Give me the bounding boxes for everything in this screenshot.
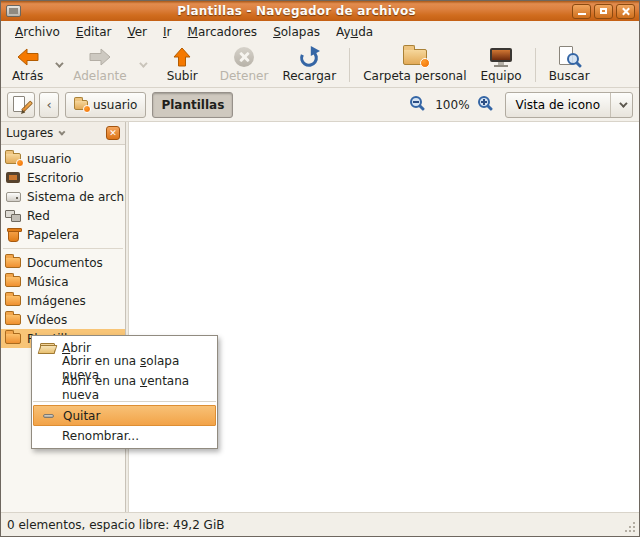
folder-icon: [5, 333, 21, 344]
context-menu-item-renombrar[interactable]: Renombrar...: [33, 426, 216, 446]
home-folder-icon: [74, 100, 88, 110]
folder-icon: [5, 276, 21, 287]
search-button-label: Buscar: [549, 69, 590, 83]
stop-button[interactable]: Detener: [213, 44, 276, 86]
zoom-in-button[interactable]: [478, 96, 495, 113]
sidebar-item-papelera[interactable]: Papelera: [1, 225, 125, 244]
home-folder-icon: [403, 46, 427, 69]
sidebar-item-red[interactable]: Red: [1, 206, 125, 225]
sidebar-item-imagenes[interactable]: Imágenes: [1, 291, 125, 310]
up-arrow-icon: [172, 46, 192, 69]
network-icon: [5, 210, 21, 222]
menu-ver[interactable]: Ver: [119, 23, 155, 41]
toolbar-separator: [535, 48, 536, 82]
folder-icon: [5, 295, 21, 306]
home-button[interactable]: Carpeta personal: [356, 44, 473, 86]
sidebar-item-videos[interactable]: Vídeos: [1, 310, 125, 329]
back-button[interactable]: Atrás: [5, 44, 50, 86]
breadcrumb-plantillas[interactable]: Plantillas: [152, 92, 233, 118]
breadcrumb-scroll-left-button[interactable]: ‹: [39, 92, 59, 118]
sidebar-item-label: Escritorio: [27, 171, 83, 185]
close-icon: [621, 7, 630, 16]
forward-button[interactable]: Adelante: [66, 44, 133, 86]
window-title: Plantillas - Navegador de archivos: [21, 4, 572, 18]
titlebar[interactable]: Plantillas - Navegador de archivos: [1, 1, 639, 21]
context-menu-item-label: Abrir: [62, 341, 91, 355]
sidebar-item-label: Documentos: [27, 256, 103, 270]
sidebar-item-documentos[interactable]: Documentos: [1, 253, 125, 272]
resize-grip[interactable]: [633, 530, 635, 532]
toolbar-separator: [349, 48, 350, 82]
sidebar-item-usuario[interactable]: usuario: [1, 149, 125, 168]
maximize-icon: [600, 8, 607, 14]
stop-icon: [234, 46, 254, 69]
back-history-dropdown[interactable]: [50, 44, 66, 86]
close-button[interactable]: [616, 4, 635, 19]
chevron-down-icon: [610, 93, 632, 117]
sidebar-item-label: Imágenes: [27, 294, 86, 308]
edit-location-button[interactable]: [7, 92, 35, 118]
menubar: Archivo Editar Ver Ir Marcadores Solapas…: [1, 21, 639, 42]
context-menu: Abrir Abrir en una solapa nueva Abrir en…: [31, 335, 218, 449]
folder-icon: [5, 257, 21, 268]
places-sidebar: Lugares ✕ usuario Escritorio Sistema de …: [1, 122, 126, 512]
sidebar-item-label: Sistema de archi...: [27, 190, 125, 204]
menu-editar[interactable]: Editar: [68, 23, 120, 41]
sidebar-item-escritorio[interactable]: Escritorio: [1, 168, 125, 187]
context-menu-item-label: Renombrar...: [62, 429, 139, 443]
computer-icon: [490, 46, 512, 69]
menu-ayuda[interactable]: Ayuda: [328, 23, 381, 41]
sidebar-separator: [3, 248, 123, 249]
breadcrumb-usuario[interactable]: usuario: [65, 92, 146, 118]
search-button[interactable]: Buscar: [542, 44, 597, 86]
back-button-label: Atrás: [12, 69, 43, 83]
context-menu-item-label: Abrir en una ventana nueva: [62, 374, 210, 402]
up-button[interactable]: Subir: [160, 44, 205, 86]
maximize-button[interactable]: [594, 4, 613, 19]
up-button-label: Subir: [167, 69, 198, 83]
view-selector-dropdown[interactable]: Vista de icono: [505, 92, 633, 118]
minimize-icon: [578, 13, 586, 15]
desktop-icon: [5, 172, 21, 183]
computer-button[interactable]: Equipo: [474, 44, 529, 86]
sidebar-item-label: Red: [27, 209, 50, 223]
menu-ir[interactable]: Ir: [155, 23, 179, 41]
context-menu-item-abrir-ventana[interactable]: Abrir en una ventana nueva: [33, 378, 216, 398]
sidebar-header-dropdown[interactable]: Lugares ✕: [1, 122, 125, 145]
context-menu-item-quitar[interactable]: Quitar: [33, 405, 216, 426]
folder-icon: [5, 314, 21, 325]
breadcrumb-label: usuario: [93, 98, 137, 112]
sidebar-item-label: usuario: [27, 152, 71, 166]
sidebar-item-musica[interactable]: Música: [1, 272, 125, 291]
reload-button-label: Recargar: [282, 69, 336, 83]
forward-history-dropdown[interactable]: [134, 44, 150, 86]
menu-archivo[interactable]: Archivo: [7, 23, 68, 41]
home-button-label: Carpeta personal: [363, 69, 466, 83]
reload-icon: [298, 46, 320, 69]
folder-view[interactable]: [129, 122, 639, 512]
menu-solapas[interactable]: Solapas: [265, 23, 328, 41]
sidebar-header-label: Lugares: [6, 126, 53, 140]
sidebar-close-button[interactable]: ✕: [106, 126, 120, 140]
file-manager-icon: [6, 5, 21, 17]
chevron-down-icon: [59, 128, 66, 135]
forward-button-label: Adelante: [73, 69, 126, 83]
menu-marcadores[interactable]: Marcadores: [180, 23, 266, 41]
chevron-down-icon: [55, 59, 63, 67]
breadcrumb-label: Plantillas: [161, 98, 224, 112]
stop-button-label: Detener: [220, 69, 269, 83]
reload-button[interactable]: Recargar: [275, 44, 343, 86]
toolbar: Atrás Adelante Subir Detener: [1, 42, 639, 88]
content-area: Lugares ✕ usuario Escritorio Sistema de …: [1, 122, 639, 512]
zoom-out-button[interactable]: [410, 96, 427, 113]
sidebar-item-label: Vídeos: [27, 313, 67, 327]
zoom-level: 100%: [435, 98, 469, 112]
view-selector-value: Vista de icono: [506, 98, 610, 112]
sidebar-item-sistema-de-archivos[interactable]: Sistema de archi...: [1, 187, 125, 206]
minimize-button[interactable]: [572, 4, 591, 19]
sidebar-item-label: Música: [27, 275, 69, 289]
search-icon: [558, 46, 580, 69]
remove-icon: [39, 414, 57, 418]
sidebar-item-label: Papelera: [27, 228, 79, 242]
computer-button-label: Equipo: [481, 69, 522, 83]
